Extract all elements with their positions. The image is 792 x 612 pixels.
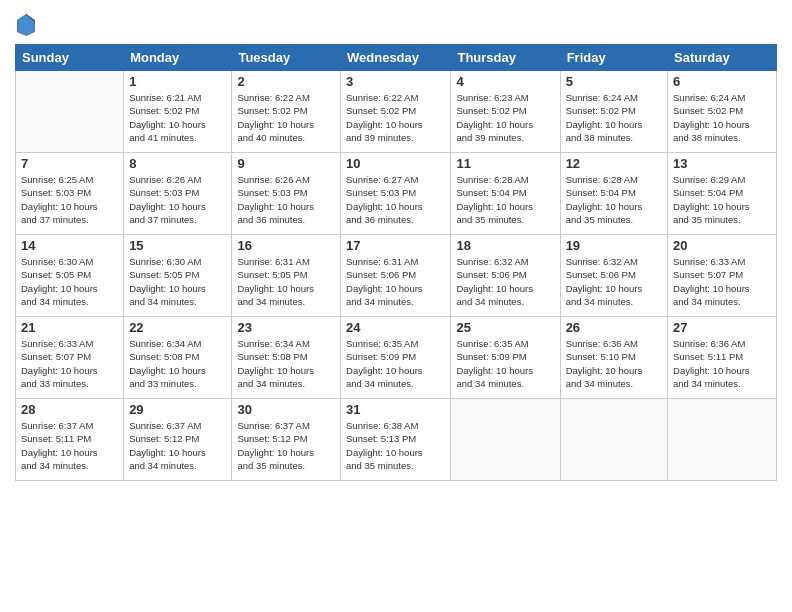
calendar-cell: 29Sunrise: 6:37 AM Sunset: 5:12 PM Dayli… [124,399,232,481]
calendar-cell [451,399,560,481]
calendar: SundayMondayTuesdayWednesdayThursdayFrid… [15,44,777,481]
day-info: Sunrise: 6:28 AM Sunset: 5:04 PM Dayligh… [566,173,662,226]
calendar-cell: 27Sunrise: 6:36 AM Sunset: 5:11 PM Dayli… [668,317,777,399]
calendar-cell: 4Sunrise: 6:23 AM Sunset: 5:02 PM Daylig… [451,71,560,153]
calendar-cell: 7Sunrise: 6:25 AM Sunset: 5:03 PM Daylig… [16,153,124,235]
weekday-header-row: SundayMondayTuesdayWednesdayThursdayFrid… [16,45,777,71]
day-info: Sunrise: 6:24 AM Sunset: 5:02 PM Dayligh… [673,91,771,144]
calendar-cell: 13Sunrise: 6:29 AM Sunset: 5:04 PM Dayli… [668,153,777,235]
day-number: 28 [21,402,118,417]
calendar-week-row: 21Sunrise: 6:33 AM Sunset: 5:07 PM Dayli… [16,317,777,399]
day-number: 19 [566,238,662,253]
calendar-cell [668,399,777,481]
day-number: 25 [456,320,554,335]
weekday-header: Sunday [16,45,124,71]
day-info: Sunrise: 6:34 AM Sunset: 5:08 PM Dayligh… [237,337,335,390]
day-info: Sunrise: 6:36 AM Sunset: 5:11 PM Dayligh… [673,337,771,390]
calendar-cell [16,71,124,153]
day-number: 21 [21,320,118,335]
weekday-header: Friday [560,45,667,71]
day-number: 24 [346,320,445,335]
day-info: Sunrise: 6:36 AM Sunset: 5:10 PM Dayligh… [566,337,662,390]
day-number: 6 [673,74,771,89]
day-number: 9 [237,156,335,171]
day-number: 3 [346,74,445,89]
calendar-cell: 16Sunrise: 6:31 AM Sunset: 5:05 PM Dayli… [232,235,341,317]
weekday-header: Thursday [451,45,560,71]
day-number: 27 [673,320,771,335]
day-number: 4 [456,74,554,89]
day-info: Sunrise: 6:31 AM Sunset: 5:06 PM Dayligh… [346,255,445,308]
calendar-cell: 19Sunrise: 6:32 AM Sunset: 5:06 PM Dayli… [560,235,667,317]
calendar-cell: 12Sunrise: 6:28 AM Sunset: 5:04 PM Dayli… [560,153,667,235]
logo [15,14,39,36]
day-number: 1 [129,74,226,89]
calendar-cell: 8Sunrise: 6:26 AM Sunset: 5:03 PM Daylig… [124,153,232,235]
day-info: Sunrise: 6:37 AM Sunset: 5:12 PM Dayligh… [129,419,226,472]
day-info: Sunrise: 6:32 AM Sunset: 5:06 PM Dayligh… [456,255,554,308]
day-number: 18 [456,238,554,253]
calendar-cell: 15Sunrise: 6:30 AM Sunset: 5:05 PM Dayli… [124,235,232,317]
calendar-week-row: 7Sunrise: 6:25 AM Sunset: 5:03 PM Daylig… [16,153,777,235]
day-info: Sunrise: 6:33 AM Sunset: 5:07 PM Dayligh… [673,255,771,308]
day-number: 14 [21,238,118,253]
calendar-cell: 23Sunrise: 6:34 AM Sunset: 5:08 PM Dayli… [232,317,341,399]
calendar-cell: 1Sunrise: 6:21 AM Sunset: 5:02 PM Daylig… [124,71,232,153]
day-info: Sunrise: 6:34 AM Sunset: 5:08 PM Dayligh… [129,337,226,390]
weekday-header: Tuesday [232,45,341,71]
calendar-cell: 6Sunrise: 6:24 AM Sunset: 5:02 PM Daylig… [668,71,777,153]
calendar-cell: 2Sunrise: 6:22 AM Sunset: 5:02 PM Daylig… [232,71,341,153]
calendar-cell: 26Sunrise: 6:36 AM Sunset: 5:10 PM Dayli… [560,317,667,399]
day-info: Sunrise: 6:32 AM Sunset: 5:06 PM Dayligh… [566,255,662,308]
day-info: Sunrise: 6:23 AM Sunset: 5:02 PM Dayligh… [456,91,554,144]
day-info: Sunrise: 6:31 AM Sunset: 5:05 PM Dayligh… [237,255,335,308]
day-number: 15 [129,238,226,253]
day-number: 12 [566,156,662,171]
day-info: Sunrise: 6:35 AM Sunset: 5:09 PM Dayligh… [346,337,445,390]
calendar-cell: 25Sunrise: 6:35 AM Sunset: 5:09 PM Dayli… [451,317,560,399]
calendar-week-row: 14Sunrise: 6:30 AM Sunset: 5:05 PM Dayli… [16,235,777,317]
day-info: Sunrise: 6:22 AM Sunset: 5:02 PM Dayligh… [346,91,445,144]
day-number: 11 [456,156,554,171]
calendar-cell: 17Sunrise: 6:31 AM Sunset: 5:06 PM Dayli… [341,235,451,317]
day-info: Sunrise: 6:25 AM Sunset: 5:03 PM Dayligh… [21,173,118,226]
day-number: 10 [346,156,445,171]
day-info: Sunrise: 6:33 AM Sunset: 5:07 PM Dayligh… [21,337,118,390]
calendar-cell [560,399,667,481]
calendar-cell: 21Sunrise: 6:33 AM Sunset: 5:07 PM Dayli… [16,317,124,399]
day-info: Sunrise: 6:37 AM Sunset: 5:12 PM Dayligh… [237,419,335,472]
day-info: Sunrise: 6:27 AM Sunset: 5:03 PM Dayligh… [346,173,445,226]
day-number: 20 [673,238,771,253]
day-info: Sunrise: 6:37 AM Sunset: 5:11 PM Dayligh… [21,419,118,472]
day-number: 5 [566,74,662,89]
calendar-cell: 14Sunrise: 6:30 AM Sunset: 5:05 PM Dayli… [16,235,124,317]
day-number: 2 [237,74,335,89]
page: SundayMondayTuesdayWednesdayThursdayFrid… [0,0,792,612]
calendar-cell: 11Sunrise: 6:28 AM Sunset: 5:04 PM Dayli… [451,153,560,235]
day-info: Sunrise: 6:30 AM Sunset: 5:05 PM Dayligh… [129,255,226,308]
calendar-cell: 10Sunrise: 6:27 AM Sunset: 5:03 PM Dayli… [341,153,451,235]
logo-icon [17,14,35,36]
calendar-cell: 3Sunrise: 6:22 AM Sunset: 5:02 PM Daylig… [341,71,451,153]
day-info: Sunrise: 6:26 AM Sunset: 5:03 PM Dayligh… [129,173,226,226]
day-info: Sunrise: 6:21 AM Sunset: 5:02 PM Dayligh… [129,91,226,144]
day-number: 30 [237,402,335,417]
calendar-cell: 30Sunrise: 6:37 AM Sunset: 5:12 PM Dayli… [232,399,341,481]
day-info: Sunrise: 6:30 AM Sunset: 5:05 PM Dayligh… [21,255,118,308]
day-number: 17 [346,238,445,253]
day-number: 22 [129,320,226,335]
day-info: Sunrise: 6:38 AM Sunset: 5:13 PM Dayligh… [346,419,445,472]
day-number: 16 [237,238,335,253]
day-number: 8 [129,156,226,171]
calendar-cell: 18Sunrise: 6:32 AM Sunset: 5:06 PM Dayli… [451,235,560,317]
day-number: 26 [566,320,662,335]
weekday-header: Wednesday [341,45,451,71]
calendar-week-row: 1Sunrise: 6:21 AM Sunset: 5:02 PM Daylig… [16,71,777,153]
calendar-cell: 22Sunrise: 6:34 AM Sunset: 5:08 PM Dayli… [124,317,232,399]
weekday-header: Monday [124,45,232,71]
day-info: Sunrise: 6:24 AM Sunset: 5:02 PM Dayligh… [566,91,662,144]
calendar-cell: 5Sunrise: 6:24 AM Sunset: 5:02 PM Daylig… [560,71,667,153]
day-number: 29 [129,402,226,417]
calendar-cell: 20Sunrise: 6:33 AM Sunset: 5:07 PM Dayli… [668,235,777,317]
day-info: Sunrise: 6:22 AM Sunset: 5:02 PM Dayligh… [237,91,335,144]
